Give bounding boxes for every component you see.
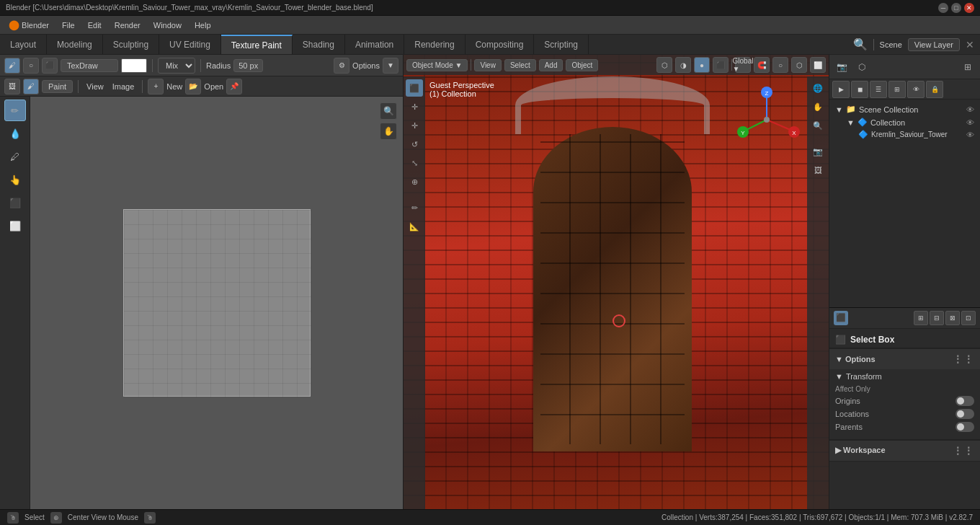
grid-icon-4[interactable]: ⊡ xyxy=(961,311,976,325)
pin-icon[interactable]: 📌 xyxy=(226,79,242,94)
overlay-icon[interactable]: ⬡ xyxy=(791,57,807,73)
select-box-tool[interactable]: ⬛ xyxy=(406,79,423,97)
close-button[interactable]: ✕ xyxy=(964,3,974,13)
view-menu-button[interactable]: View xyxy=(474,59,502,71)
rotate-tool[interactable]: ↺ xyxy=(406,136,423,153)
scale-tool[interactable]: ⤡ xyxy=(406,154,423,172)
active-tool-icon[interactable]: ⬛ xyxy=(834,311,848,325)
render-view-icon[interactable]: 🖼 xyxy=(809,162,827,179)
grid-icon-3[interactable]: ⊠ xyxy=(945,311,960,325)
outliner-view-5[interactable]: 👁 xyxy=(907,81,925,98)
grid-icon-1[interactable]: ⊞ xyxy=(914,311,928,325)
tab-modeling[interactable]: Modeling xyxy=(47,35,103,54)
tab-compositing[interactable]: Compositing xyxy=(466,35,535,54)
minimize-button[interactable]: ─ xyxy=(938,3,948,13)
zoom-view-icon[interactable]: 🔍 xyxy=(809,117,827,134)
texture-canvas[interactable] xyxy=(123,209,311,397)
options-label[interactable]: Options xyxy=(352,61,380,70)
parents-toggle[interactable] xyxy=(956,422,974,432)
edit-menu[interactable]: Edit xyxy=(82,19,107,32)
camera-icon[interactable]: 📷 xyxy=(809,143,827,160)
viewport-shade-icon-3[interactable]: ● xyxy=(694,57,710,73)
brush-settings-icon[interactable]: ○ xyxy=(23,58,39,74)
object-menu-button[interactable]: Object xyxy=(566,59,598,71)
tab-shading[interactable]: Shading xyxy=(293,35,345,54)
tab-rendering[interactable]: Rendering xyxy=(404,35,465,54)
options-icon[interactable]: ⚙ xyxy=(334,58,349,74)
layout-columns-icon[interactable]: ⊞ xyxy=(958,58,977,76)
viewport-shade-icon-4[interactable]: ⬛ xyxy=(713,57,729,73)
paint-label[interactable]: Paint xyxy=(42,80,73,93)
outliner-view-4[interactable]: ⊞ xyxy=(888,81,906,98)
global-local-button[interactable]: Global ▼ xyxy=(735,57,751,73)
add-image-icon[interactable]: + xyxy=(148,79,164,94)
fill-tool[interactable]: ⬛ xyxy=(4,192,26,213)
options-header[interactable]: ▼ Options ⋮⋮ xyxy=(829,349,980,369)
outliner-view-2[interactable]: ◼ xyxy=(851,81,868,98)
blender-menu[interactable]: ⬤ Blender xyxy=(3,17,55,32)
blend-mode-select[interactable]: Mix xyxy=(158,58,195,74)
draw-mode-icon[interactable]: 🖌 xyxy=(4,58,20,74)
measure-tool[interactable]: 📐 xyxy=(406,218,423,235)
texture-icon[interactable]: ⬛ xyxy=(42,58,58,74)
collection-visibility-eye[interactable]: 👁 xyxy=(966,118,974,127)
tab-scripting[interactable]: Scripting xyxy=(534,35,589,54)
cursor-tool[interactable]: ✛ xyxy=(406,98,423,115)
kremlin-visibility-eye[interactable]: 👁 xyxy=(966,131,974,139)
kremlin-tower-item[interactable]: 🔷 Kremlin_Saviour_Tower 👁 xyxy=(832,128,977,141)
active-mode-icon[interactable]: 🖌 xyxy=(23,79,39,94)
view-menu[interactable]: View xyxy=(84,82,107,91)
view-layer-button[interactable]: View Layer xyxy=(908,38,960,51)
transform-header[interactable]: ▼ Transform xyxy=(835,369,974,384)
pan-view-icon[interactable]: ✋ xyxy=(809,98,827,115)
search-workspaces-icon[interactable]: 🔍 xyxy=(853,38,868,51)
help-menu[interactable]: Help xyxy=(189,19,217,32)
orientation-gizmo[interactable]: Z X Y xyxy=(731,84,803,156)
grid-icon-2[interactable]: ⊟ xyxy=(930,311,944,325)
new-label[interactable]: New xyxy=(166,82,182,91)
viewport-shade-icon-2[interactable]: ◑ xyxy=(675,57,691,73)
origins-toggle[interactable] xyxy=(956,396,974,406)
tab-layout[interactable]: Layout xyxy=(0,35,47,54)
draw-tool[interactable]: ✏ xyxy=(4,100,26,121)
tab-uv-editing[interactable]: UV Editing xyxy=(159,35,221,54)
add-menu-button[interactable]: Add xyxy=(539,59,564,71)
transform-tool[interactable]: ⊕ xyxy=(406,173,423,190)
maximize-button[interactable]: □ xyxy=(951,3,961,13)
zoom-canvas-button[interactable]: 🔍 xyxy=(380,102,397,120)
smear-tool[interactable]: 🖊 xyxy=(4,146,26,167)
viewport-shade-icon-1[interactable]: ⬡ xyxy=(656,57,672,73)
tab-sculpting[interactable]: Sculpting xyxy=(103,35,159,54)
snapping-icon[interactable]: 🧲 xyxy=(754,57,770,73)
workspace-header[interactable]: ▶ Workspace ⋮⋮ xyxy=(829,441,980,461)
outliner-view-3[interactable]: ☰ xyxy=(870,81,887,98)
options-down-icon[interactable]: ▼ xyxy=(383,58,398,74)
render-menu[interactable]: Render xyxy=(109,19,146,32)
outliner-view-6[interactable]: 🔒 xyxy=(926,81,943,98)
image-menu[interactable]: Image xyxy=(110,82,138,91)
move-tool[interactable]: ✛ xyxy=(406,117,423,134)
annotate-tool[interactable]: ✏ xyxy=(406,199,423,216)
file-menu[interactable]: File xyxy=(56,19,81,32)
scene-visibility-eye[interactable]: 👁 xyxy=(966,105,974,114)
outliner-view-1[interactable]: ▶ xyxy=(832,81,850,98)
xray-icon[interactable]: ⬜ xyxy=(810,57,826,73)
tab-animation[interactable]: Animation xyxy=(345,35,404,54)
locations-toggle[interactable] xyxy=(956,409,974,419)
tab-texture-paint[interactable]: Texture Paint xyxy=(221,35,293,54)
folder-icon[interactable]: 📂 xyxy=(185,79,201,94)
select-menu-button[interactable]: Select xyxy=(504,59,536,71)
pan-canvas-button[interactable]: ✋ xyxy=(380,123,397,140)
view-icon-2[interactable]: ⬡ xyxy=(852,58,871,76)
view-icon[interactable]: 📷 xyxy=(832,58,851,76)
open-label[interactable]: Open xyxy=(204,82,223,91)
object-mode-button[interactable]: Object Mode ▼ xyxy=(406,59,468,71)
window-menu[interactable]: Window xyxy=(148,19,187,32)
scene-collection-header[interactable]: ▼ 📁 Scene Collection 👁 xyxy=(832,102,977,116)
radius-value[interactable]: 50 px xyxy=(233,59,263,72)
color-swatch[interactable] xyxy=(121,58,147,73)
proportional-icon[interactable]: ○ xyxy=(772,57,788,73)
soften-tool[interactable]: 💧 xyxy=(4,123,26,144)
collection-item[interactable]: ▼ 🔷 Collection 👁 xyxy=(832,116,977,128)
clone-tool[interactable]: 👆 xyxy=(4,169,26,190)
